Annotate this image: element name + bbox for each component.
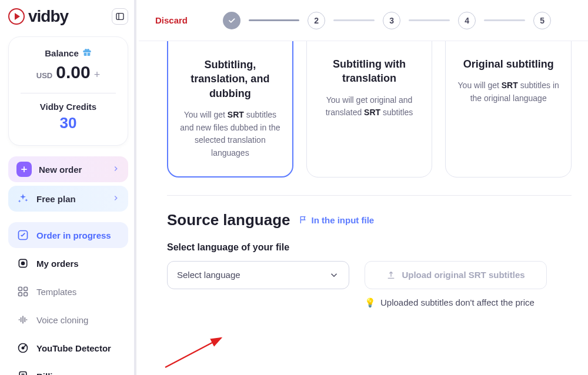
- balance-divider: [21, 93, 116, 93]
- nav-order-in-progress[interactable]: Order in progress: [8, 222, 128, 248]
- free-plan-label: Free plan: [36, 194, 76, 204]
- step-4[interactable]: 4: [458, 12, 476, 29]
- check-icon: [228, 16, 236, 25]
- source-row: Source language In the input file: [167, 211, 572, 229]
- svg-rect-6: [19, 293, 22, 296]
- step-3[interactable]: 3: [383, 12, 400, 29]
- grid-icon: [16, 285, 29, 298]
- compose-icon: [16, 229, 29, 242]
- main: 文 Subtitling, translation, and dubbing Y…: [139, 41, 588, 375]
- chevron-down-icon: [329, 270, 339, 280]
- waveform-icon: [16, 313, 29, 326]
- topbar: Discard 2 3 4 5: [139, 0, 588, 41]
- panel-left-icon: [115, 12, 125, 21]
- step-2[interactable]: 2: [308, 12, 325, 29]
- card-desc: You will get original and translated SRT…: [316, 94, 423, 119]
- new-order-button[interactable]: New order: [8, 156, 128, 182]
- source-hint[interactable]: In the input file: [299, 215, 375, 225]
- svg-rect-4: [19, 287, 22, 291]
- balance-currency: USD: [36, 71, 52, 80]
- step-line: [484, 19, 525, 21]
- nav-label: Voice cloning: [36, 315, 88, 325]
- free-plan-button[interactable]: Free plan: [8, 186, 128, 212]
- card-desc-bold: SRT: [364, 108, 380, 117]
- balance-amount: 0.00: [56, 62, 90, 82]
- svg-rect-0: [116, 14, 123, 20]
- card-desc: You will get SRT subtitles in the origin…: [455, 79, 562, 105]
- brand-logo[interactable]: vidby: [8, 7, 68, 26]
- step-line: [333, 19, 375, 21]
- step-1-done[interactable]: [223, 12, 240, 29]
- play-circle-icon: [8, 8, 25, 25]
- bulb-icon: 💡: [365, 297, 376, 308]
- card-desc-bold: SRT: [228, 110, 244, 119]
- card-desc-b: subtitles: [380, 108, 413, 117]
- nav-templates[interactable]: Templates: [8, 279, 128, 304]
- option-card-dubbing[interactable]: 文 Subtitling, translation, and dubbing Y…: [167, 41, 293, 178]
- svg-rect-5: [24, 287, 28, 291]
- source-title: Source language: [167, 211, 290, 229]
- nav-billing[interactable]: Billing: [8, 363, 128, 375]
- card-title: Subtitling with translation: [316, 57, 423, 86]
- balance-label-row: Balance: [45, 48, 92, 59]
- step-label: 5: [540, 16, 544, 25]
- source-hint-label: In the input file: [312, 215, 375, 225]
- flag-icon: [299, 215, 308, 225]
- svg-point-9: [22, 347, 24, 349]
- card-desc-a: You will get: [184, 110, 228, 119]
- step-line: [409, 19, 450, 21]
- controls-row: Select language Upload original SRT subt…: [167, 261, 572, 308]
- nav-label: Billing: [36, 371, 64, 376]
- select-placeholder: Select language: [177, 270, 240, 280]
- nav-label: Templates: [36, 287, 76, 297]
- chevron-right-icon: [112, 165, 120, 175]
- step-label: 4: [465, 16, 469, 25]
- card-desc: You will get SRT subtitles and new files…: [178, 109, 283, 160]
- nav-voice-cloning[interactable]: Voice cloning: [8, 307, 128, 333]
- option-cards-row: 文 Subtitling, translation, and dubbing Y…: [167, 41, 572, 178]
- upload-note-text: Uploaded subtitles don't affect the pric…: [380, 297, 534, 307]
- receipt-icon: [16, 370, 29, 375]
- upload-icon: [386, 270, 396, 280]
- logo-row: vidby: [8, 7, 128, 26]
- orders-icon: [16, 257, 29, 270]
- field-label: Select language of your file: [167, 242, 572, 253]
- balance-card: Balance USD 0.00 + Vidby Credits 30: [8, 36, 128, 146]
- chevron-right-icon: [112, 194, 120, 204]
- balance-label: Balance: [45, 48, 79, 58]
- option-card-translation[interactable]: 文 Subtitling with translation You will g…: [306, 41, 433, 178]
- gift-icon: [82, 48, 92, 59]
- nav-my-orders[interactable]: My orders: [8, 250, 128, 276]
- option-card-original[interactable]: Original subtitling You will get SRT sub…: [445, 41, 572, 178]
- section-divider: [167, 195, 572, 196]
- radar-icon: [16, 341, 29, 354]
- credits-label: Vidby Credits: [17, 102, 119, 112]
- language-select[interactable]: Select language: [167, 261, 349, 289]
- stepper: 2 3 4 5: [223, 12, 551, 29]
- svg-rect-7: [24, 293, 28, 296]
- plus-icon: [16, 162, 32, 177]
- new-order-label: New order: [39, 165, 82, 175]
- nav-label: My orders: [36, 259, 79, 269]
- balance-value: USD 0.00 +: [17, 62, 119, 82]
- nav-youtube-detector[interactable]: YouTube Detector: [8, 335, 128, 361]
- balance-plus-button[interactable]: +: [94, 69, 101, 81]
- sidebar-collapse-button[interactable]: [112, 8, 128, 25]
- card-title: Subtitling, translation, and dubbing: [178, 58, 283, 101]
- step-label: 3: [389, 16, 394, 25]
- side-nav-secondary: Order in progress My orders Templates Vo…: [8, 222, 128, 375]
- sparkle-icon: [16, 192, 29, 205]
- upload-label: Upload original SRT subtitles: [402, 270, 524, 280]
- card-illustration: 文: [198, 41, 262, 48]
- nav-label: YouTube Detector: [36, 343, 111, 353]
- credits-value: 30: [17, 114, 119, 132]
- sidebar: vidby Balance USD 0.00 + Vidby Credits 3…: [0, 0, 136, 375]
- discard-button[interactable]: Discard: [155, 15, 188, 25]
- step-label: 2: [314, 16, 319, 25]
- upload-srt-button[interactable]: Upload original SRT subtitles: [365, 261, 547, 289]
- card-desc-a: You will get: [458, 81, 502, 90]
- card-desc-bold: SRT: [502, 81, 518, 90]
- side-nav-primary: New order Free plan: [8, 156, 128, 212]
- step-5[interactable]: 5: [533, 12, 551, 29]
- upload-column: Upload original SRT subtitles 💡 Uploaded…: [365, 261, 547, 308]
